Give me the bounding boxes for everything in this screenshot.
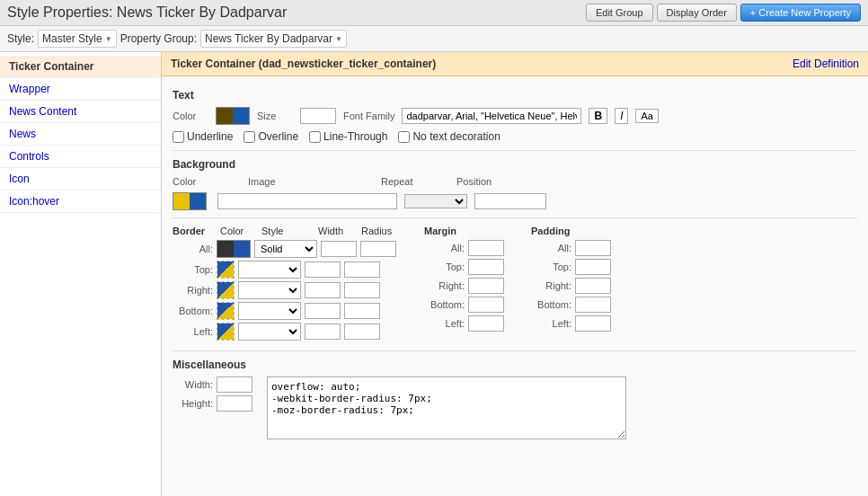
padding-all-input[interactable]: 10px xyxy=(575,240,611,256)
margin-all-input[interactable] xyxy=(468,240,504,256)
text-color-swatch-dark[interactable] xyxy=(217,108,233,124)
line-through-checkbox[interactable] xyxy=(309,131,321,143)
display-order-button[interactable]: Display Order xyxy=(657,4,737,22)
padding-all-label: All: xyxy=(531,243,571,253)
misc-section-label: Miscellaneous xyxy=(173,359,857,371)
sidebar-item-icon-hover[interactable]: Icon:hover xyxy=(0,190,161,213)
border-bottom-color-pair[interactable] xyxy=(217,302,235,320)
border-top-radius-input[interactable] xyxy=(344,261,380,278)
text-color-pair[interactable] xyxy=(216,107,250,125)
misc-height-input[interactable] xyxy=(217,395,252,412)
margin-bottom-input[interactable] xyxy=(468,297,504,313)
italic-button[interactable]: I xyxy=(615,108,628,124)
misc-width-input[interactable] xyxy=(217,376,252,393)
border-all-label: All: xyxy=(173,244,213,254)
border-top-color-pair[interactable] xyxy=(217,261,235,279)
top-bar-buttons: Edit Group Display Order + Create New Pr… xyxy=(586,4,861,22)
margin-top-input[interactable] xyxy=(468,259,504,275)
sidebar-item-news-content[interactable]: News Content xyxy=(0,101,161,123)
size-label: Size xyxy=(257,111,293,121)
border-all-width-input[interactable]: 1px xyxy=(321,241,357,257)
text-color-swatch-blue[interactable] xyxy=(233,108,249,124)
border-bottom-width-input[interactable] xyxy=(305,303,341,319)
sidebar-item-wrapper[interactable]: Wrapper xyxy=(0,78,161,101)
bg-color-swatch-blue[interactable] xyxy=(190,193,206,209)
border-bottom-swatch[interactable] xyxy=(217,303,234,319)
border-left-row: Left: SolidDashed xyxy=(173,323,397,341)
bg-image-input[interactable] xyxy=(217,193,397,209)
bg-color-swatch-yellow[interactable] xyxy=(173,193,190,209)
overline-checkbox-label[interactable]: Overline xyxy=(244,130,298,143)
padding-top-input[interactable] xyxy=(575,259,611,275)
underline-checkbox-label[interactable]: Underline xyxy=(173,130,233,143)
border-top-style-select[interactable]: SolidDashed xyxy=(238,261,301,279)
sidebar-item-icon[interactable]: Icon xyxy=(0,168,161,190)
misc-height-row: Height: xyxy=(173,395,252,412)
border-all-dark-swatch[interactable] xyxy=(217,241,234,257)
border-right-width-input[interactable] xyxy=(305,282,341,298)
no-decoration-checkbox[interactable] xyxy=(398,131,410,143)
border-right-swatch[interactable] xyxy=(217,282,234,298)
style-value: Master Style xyxy=(42,32,102,45)
border-all-color-pair[interactable] xyxy=(217,240,251,258)
border-right-color-pair[interactable] xyxy=(217,281,235,299)
sidebar-item-controls[interactable]: Controls xyxy=(0,146,161,168)
no-decoration-checkbox-label[interactable]: No text decoration xyxy=(398,130,500,143)
border-label: Border xyxy=(173,226,213,236)
bg-repeat-select[interactable]: no-repeat repeat repeat-x repeat-y xyxy=(404,194,467,208)
edit-definition-link[interactable]: Edit Definition xyxy=(793,58,859,70)
border-left-width-input[interactable] xyxy=(305,323,341,340)
padding-bottom-input[interactable] xyxy=(575,297,611,313)
border-all-style-select[interactable]: SolidDashedDottedNone xyxy=(254,240,317,258)
border-right-style-select[interactable]: SolidDashed xyxy=(238,281,301,299)
border-all-row: All: SolidDashedDottedNone 1px 7px xyxy=(173,240,397,258)
font-size-input[interactable] xyxy=(300,108,336,124)
top-bar: Style Properties: News Ticker By Dadparv… xyxy=(0,0,868,26)
text-decoration-row: Underline Overline Line-Through No text … xyxy=(173,130,857,143)
border-top-swatch[interactable] xyxy=(217,261,234,278)
border-left-swatch[interactable] xyxy=(217,323,234,340)
sidebar-item-ticker-container[interactable]: Ticker Container xyxy=(0,56,161,78)
padding-section: Padding All: 10px Top: Right: Bottom: xyxy=(531,226,611,343)
font-family-input[interactable] xyxy=(402,108,581,124)
property-group-value: News Ticker By Dadparvar xyxy=(205,32,332,45)
sidebar-item-news[interactable]: News xyxy=(0,123,161,146)
padding-right-label: Right: xyxy=(531,280,571,291)
bold-button[interactable]: B xyxy=(589,108,607,124)
margin-left-input[interactable] xyxy=(468,315,504,332)
border-left-radius-input[interactable] xyxy=(344,323,380,340)
border-all-blue-swatch[interactable] xyxy=(234,241,250,257)
overline-checkbox[interactable] xyxy=(244,131,255,143)
border-width-header: Width xyxy=(318,226,354,236)
padding-right-input[interactable] xyxy=(575,278,611,294)
border-bottom-style-select[interactable]: SolidDashed xyxy=(238,302,301,320)
background-row: no-repeat repeat repeat-x repeat-y xyxy=(173,192,857,210)
underline-checkbox[interactable] xyxy=(173,131,184,143)
sidebar-item-label: Wrapper xyxy=(9,83,50,95)
create-new-property-button[interactable]: + Create New Property xyxy=(740,4,861,22)
border-left-color-pair[interactable] xyxy=(217,323,235,341)
property-group-dropdown[interactable]: News Ticker By Dadparvar ▼ xyxy=(200,30,347,48)
bg-color-pair[interactable] xyxy=(173,192,207,210)
border-top-width-input[interactable] xyxy=(305,261,341,278)
border-right-radius-input[interactable] xyxy=(344,282,380,298)
border-bottom-radius-input[interactable] xyxy=(344,303,380,319)
css-textarea[interactable]: overflow: auto; -webkit-border-radius: 7… xyxy=(267,376,626,439)
aa-button[interactable]: Aa xyxy=(635,109,658,123)
line-through-checkbox-label[interactable]: Line-Through xyxy=(309,130,387,143)
bg-position-input[interactable] xyxy=(474,193,546,209)
no-decoration-label: No text decoration xyxy=(412,130,500,143)
background-row-labels: Color Image Repeat Position xyxy=(173,176,857,187)
section-header: Ticker Container (dad_newsticker_ticker_… xyxy=(162,52,868,76)
margin-right-input[interactable] xyxy=(468,278,504,294)
style-dropdown[interactable]: Master Style ▼ xyxy=(38,30,117,48)
border-left-label: Left: xyxy=(173,326,213,337)
border-left-style-select[interactable]: SolidDashed xyxy=(238,323,301,341)
padding-left-input[interactable] xyxy=(575,315,611,332)
border-all-radius-input[interactable]: 7px xyxy=(360,241,396,257)
sidebar-item-label: Ticker Container xyxy=(9,60,93,73)
main-layout: Ticker Container Wrapper News Content Ne… xyxy=(0,52,868,496)
margin-bottom-row: Bottom: xyxy=(424,297,504,313)
bg-color-label: Color xyxy=(173,176,208,187)
edit-group-button[interactable]: Edit Group xyxy=(586,4,653,22)
